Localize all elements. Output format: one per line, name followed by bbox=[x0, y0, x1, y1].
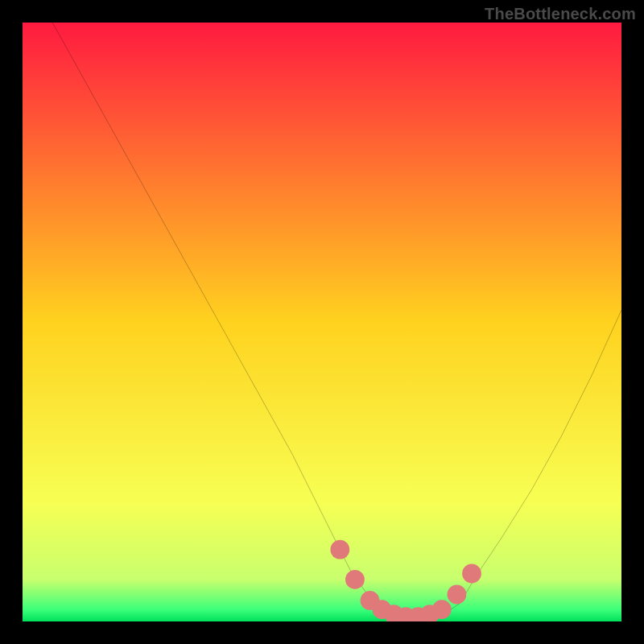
highlight-dot bbox=[345, 570, 365, 589]
chart-stage: TheBottleneck.com bbox=[0, 0, 644, 644]
highlight-dot bbox=[447, 585, 466, 605]
highlight-dot bbox=[462, 564, 481, 584]
bottleneck-chart bbox=[23, 23, 621, 621]
watermark-text: TheBottleneck.com bbox=[485, 5, 636, 23]
highlight-dot bbox=[432, 600, 452, 619]
gradient-background bbox=[23, 23, 621, 621]
highlight-dot bbox=[330, 540, 349, 559]
